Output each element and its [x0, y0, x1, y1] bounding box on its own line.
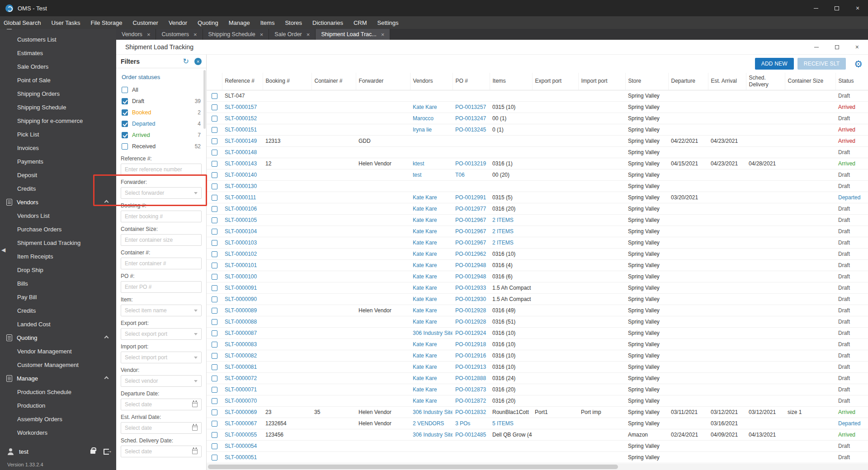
cell-reference[interactable]: SLT-0000081	[222, 361, 263, 372]
row-checkbox[interactable]	[212, 217, 217, 223]
table-row[interactable]: SLT-0000069 23 35 Helen Vendor 306 Indus…	[207, 406, 868, 418]
cell-vendors[interactable]: 2 VENDORS	[410, 418, 453, 429]
status-checkbox[interactable]	[122, 132, 128, 138]
cell-reference[interactable]: SLT-0000103	[222, 237, 263, 248]
row-checkbox[interactable]	[212, 285, 217, 291]
table-row[interactable]: SLT-0000081 Kate Kare PO-0012913 0316 (1…	[207, 361, 868, 372]
column-header[interactable]: Sched. Delivery	[746, 73, 785, 90]
tab[interactable]: Shipping Schedule	[203, 29, 269, 40]
cell-reference[interactable]: SLT-0000130	[222, 180, 263, 192]
cell-po[interactable]: PO-0013245	[453, 124, 490, 135]
close-button[interactable]: ×	[847, 0, 868, 16]
table-row[interactable]: SLT-0000105 Kate Kare PO-0012967 2 ITEMS	[207, 214, 868, 226]
row-checkbox[interactable]	[212, 229, 217, 235]
menu-item[interactable]: Customer	[133, 19, 158, 26]
logout-icon[interactable]	[104, 449, 109, 455]
cell-po[interactable]: PO-0013247	[453, 113, 490, 124]
cell-reference[interactable]: SLT-0000088	[222, 316, 263, 327]
add-new-button[interactable]: ADD NEW	[755, 58, 794, 70]
cell-po[interactable]: PO-0012948	[453, 271, 490, 282]
sidebar-item[interactable]: Vendors	[0, 195, 116, 209]
cell-po[interactable]: PO-0012967	[453, 237, 490, 248]
cell-reference[interactable]: SLT-0000106	[222, 203, 263, 214]
panel-close-button[interactable]: ×	[855, 43, 859, 51]
cell-vendors[interactable]: Kate Kare	[410, 237, 453, 248]
sidebar-item[interactable]: Invoices	[0, 141, 116, 155]
minimize-button[interactable]	[806, 0, 826, 16]
filter-field-input[interactable]: Enter PO #	[121, 281, 202, 293]
cell-reference[interactable]: SLT-0000104	[222, 226, 263, 237]
panel-minimize-button[interactable]	[814, 47, 819, 47]
cell-vendors[interactable]: Kate Kare	[410, 214, 453, 226]
cell-reference[interactable]: SLT-0000087	[222, 327, 263, 338]
sidebar-item[interactable]: Payments	[0, 155, 116, 168]
table-row[interactable]: SLT-0000111 Kate Kare PO-0012991 0315 (5…	[207, 192, 868, 203]
cell-reference[interactable]: SLT-0000100	[222, 271, 263, 282]
order-status-row[interactable]: Departed 4	[116, 118, 206, 129]
column-header[interactable]: Items	[490, 73, 532, 90]
row-checkbox[interactable]	[212, 409, 217, 415]
row-checkbox[interactable]	[212, 172, 217, 178]
cell-reference[interactable]: SLT-0000051	[222, 451, 263, 463]
cell-po[interactable]: PO-0012916	[453, 350, 490, 361]
table-row[interactable]: SLT-0000101 Kate Kare PO-0012948 0316 (4…	[207, 259, 868, 271]
status-checkbox[interactable]	[122, 98, 128, 104]
menu-item[interactable]: Stores	[285, 19, 302, 26]
menu-item[interactable]: Dictionaries	[312, 19, 343, 26]
cell-vendors[interactable]: ktest	[410, 158, 453, 169]
row-checkbox[interactable]	[212, 455, 217, 461]
cell-reference[interactable]: SLT-0000069	[222, 406, 263, 418]
sidebar-item[interactable]: Estimates	[0, 46, 116, 60]
order-status-row[interactable]: Received 52	[116, 141, 206, 152]
cell-vendors[interactable]: 306 Industry Site	[410, 327, 453, 338]
row-checkbox[interactable]	[212, 421, 217, 427]
cell-po[interactable]: PO-0012962	[453, 248, 490, 259]
cell-items[interactable]: 0316 (10)	[490, 248, 532, 259]
cell-items[interactable]: 2 ITEMS	[490, 214, 532, 226]
cell-items[interactable]: 0316 (20)	[490, 384, 532, 395]
sidebar-item[interactable]: Manage	[0, 371, 116, 385]
cell-items[interactable]: 0316 (49)	[490, 305, 532, 316]
cell-vendors[interactable]: Kate Kare	[410, 361, 453, 372]
cell-vendors[interactable]: Kate Kare	[410, 338, 453, 350]
row-checkbox[interactable]	[212, 138, 217, 144]
cell-items[interactable]	[490, 146, 532, 158]
row-checkbox[interactable]	[212, 263, 217, 268]
table-row[interactable]: SLT-0000088 Kate Kare PO-0012928 0316 (5…	[207, 316, 868, 327]
column-header[interactable]: Booking #	[263, 73, 311, 90]
row-checkbox[interactable]	[212, 127, 217, 133]
cell-reference[interactable]: SLT-0000102	[222, 248, 263, 259]
order-status-row[interactable]: Draft 39	[116, 95, 206, 107]
sidebar-item[interactable]: Shipping Schedule	[0, 100, 116, 114]
table-row[interactable]: SLT-0000143 12 Helen Vendor ktest PO-001…	[207, 158, 868, 169]
sidebar-item[interactable]: Production Schedule	[0, 385, 116, 399]
clear-filters-icon[interactable]: ×	[194, 58, 202, 65]
cell-vendors[interactable]: Kate Kare	[410, 384, 453, 395]
sidebar-item[interactable]: Credits	[0, 182, 116, 195]
table-row[interactable]: SLT-0000130 Spring Valley	[207, 180, 868, 192]
table-row[interactable]: SLT-0000148 Spring Valley	[207, 146, 868, 158]
sidebar-item[interactable]: Bills	[0, 277, 116, 290]
row-checkbox[interactable]	[212, 342, 217, 348]
table-row[interactable]: SLT-0000089 Helen Vendor Kate Kare PO-00…	[207, 305, 868, 316]
filter-field-input[interactable]: Select date	[121, 422, 202, 434]
cell-items[interactable]: 0316 (6)	[490, 271, 532, 282]
cell-vendors[interactable]: 306 Industry Site	[410, 429, 453, 440]
row-checkbox[interactable]	[212, 150, 217, 155]
sidebar-item[interactable]: Shipping for e-commerce	[0, 114, 116, 127]
sidebar-item[interactable]: Pick List	[0, 127, 116, 141]
row-checkbox[interactable]	[212, 104, 217, 110]
filter-field-input[interactable]: Enter booking #	[121, 211, 202, 222]
cell-reference[interactable]: SLT-0000083	[222, 338, 263, 350]
cell-po[interactable]: PO-0012872	[453, 395, 490, 406]
cell-po[interactable]: PO-0012485	[453, 429, 490, 440]
column-header[interactable]: Import port	[578, 73, 625, 90]
filter-field-input[interactable]: Enter container #	[121, 258, 202, 269]
row-checkbox[interactable]	[212, 274, 217, 280]
row-checkbox[interactable]	[212, 398, 217, 404]
cell-po[interactable]: PO-0013257	[453, 101, 490, 113]
row-checkbox[interactable]	[212, 432, 217, 438]
cell-vendors[interactable]	[410, 135, 453, 146]
cell-items[interactable]: 00 (1)	[490, 113, 532, 124]
cell-vendors[interactable]: Iryna lie	[410, 124, 453, 135]
